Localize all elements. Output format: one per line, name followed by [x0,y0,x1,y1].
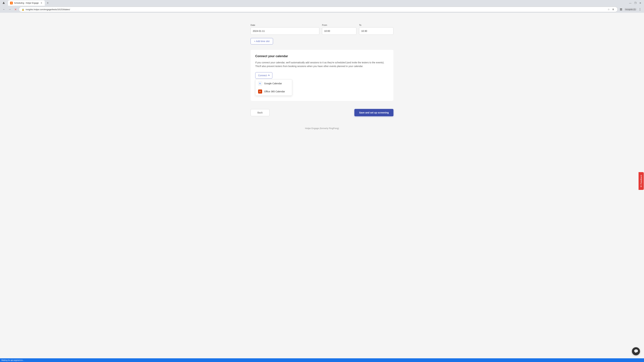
svg-point-6 [640,9,640,10]
calendar-description: If you connect your calendar, we'll auto… [255,61,389,68]
feedback-icon: ✉ [640,185,642,187]
date-form-group: Date [250,24,319,35]
svg-rect-1 [620,8,621,9]
footer-text: Hotjar Engage (formerly PingPong) [305,127,339,130]
from-input[interactable] [322,27,356,35]
google-calendar-option[interactable]: 31 Google Calendar [256,79,292,87]
date-input[interactable] [250,27,319,35]
feedback-label: Feedback [640,175,642,184]
google-calendar-icon: 31 [258,81,262,85]
forward-nav-button[interactable]: → [7,7,12,12]
date-time-row: Date From To [250,24,394,35]
svg-point-5 [640,8,640,9]
tab-favicon: H [10,2,13,4]
calendar-section: Connect your calendar If you connect you… [250,50,394,101]
feedback-tab[interactable]: ✉ Feedback [638,172,644,190]
svg-text:O: O [259,90,261,92]
svg-rect-2 [621,8,622,9]
address-bar-icons: ☆ ⬇ [607,8,615,11]
page-content: Your invitation is not changed. Go to Se… [0,18,644,362]
status-bar: Waiting for api.segment.io... [0,358,644,362]
connect-button[interactable]: Connect [255,72,272,79]
google-calendar-label: Google Calendar [264,82,282,85]
to-form-group: To [359,24,394,35]
chat-icon: 💬 [634,349,638,354]
svg-text:31: 31 [259,83,261,84]
calendar-section-title: Connect your calendar [255,54,389,58]
calendar-dropdown: 31 Google Calendar O Office 365 Calen [255,79,292,96]
main-container: Date From To + Add time slot Connect you… [246,18,398,139]
to-input[interactable] [359,27,394,35]
maximize-button[interactable]: ❐ [633,1,638,5]
svg-rect-4 [621,9,622,10]
to-label: To [359,24,394,26]
extensions-button[interactable] [618,7,624,12]
tab-title: Scheduling - Hotjar Engage [14,2,39,4]
from-form-group: From [322,24,356,35]
reload-button[interactable]: ✕ [13,7,18,12]
back-nav-button[interactable]: ← [1,7,7,12]
close-button[interactable]: ✕ [638,1,643,5]
connect-button-label: Connect [258,74,267,77]
date-label: Date [250,24,319,26]
save-screening-button[interactable]: Save and set up screening [354,109,394,116]
nav-controls: ← → ✕ [1,7,18,12]
toolbar-icons: Incognito (2) [618,7,643,12]
page-footer: Hotjar Engage (formerly PingPong) [250,123,394,134]
office365-calendar-label: Office 365 Calendar [264,90,285,93]
new-tab-button[interactable]: + [46,1,50,5]
profile-button[interactable] [1,1,6,5]
incognito-badge[interactable]: Incognito (2) [624,8,636,11]
address-bar[interactable]: 🔒 insights.hotjar.com/engage/tests/16153… [19,7,618,12]
chat-button[interactable]: 💬 [632,347,640,355]
window-controls: — ❐ ✕ [628,1,643,5]
office365-calendar-option[interactable]: O Office 365 Calendar [256,87,292,95]
url-display: insights.hotjar.com/engage/tests/16153/d… [26,8,606,11]
date-time-section: Date From To + Add time slot [250,24,394,44]
svg-rect-3 [620,9,621,10]
browser-titlebar: H Scheduling - Hotjar Engage ✕ + — ❐ ✕ [0,0,644,6]
chevron-up-icon [268,75,270,77]
tab-bar: H Scheduling - Hotjar Engage ✕ + [7,0,52,6]
active-tab[interactable]: H Scheduling - Hotjar Engage ✕ [8,0,45,6]
browser-toolbar: ← → ✕ 🔒 insights.hotjar.com/engage/tests… [0,6,644,13]
from-label: From [322,24,356,26]
bookmark-icon[interactable]: ☆ [607,8,610,11]
browser-chrome: H Scheduling - Hotjar Engage ✕ + — ❐ ✕ ←… [0,0,644,13]
back-button[interactable]: Back [250,109,270,116]
svg-point-7 [640,10,640,11]
add-time-slot-button[interactable]: + Add time slot [250,38,273,44]
office365-calendar-icon: O [258,89,262,93]
action-bar: Back Save and set up screening [250,106,394,119]
tab-close-button[interactable]: ✕ [40,2,43,4]
menu-button[interactable] [637,7,643,12]
minimize-button[interactable]: — [628,1,632,5]
download-icon[interactable]: ⬇ [612,8,615,11]
status-text: Waiting for api.segment.io... [1,359,24,361]
